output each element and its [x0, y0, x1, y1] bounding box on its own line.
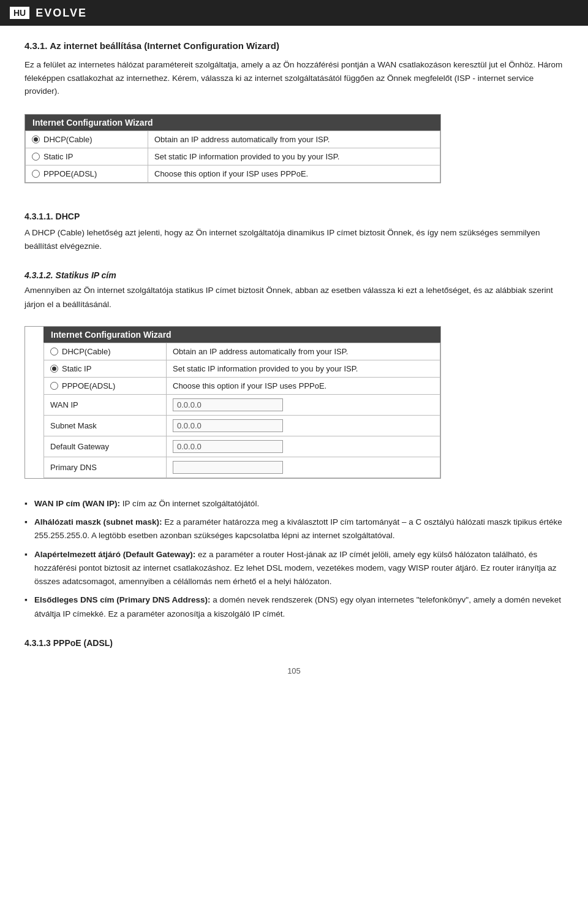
intro-paragraph: Ez a felület az internetes hálózat param…	[24, 58, 564, 98]
hu-badge: HU	[10, 7, 29, 19]
page-number: 105	[24, 666, 564, 675]
wizard-row[interactable]: DHCP(Cable)Obtain an IP address automati…	[44, 343, 440, 360]
radio-label: Static IP	[43, 152, 73, 161]
wizard-title-1: Internet Configuration Wizard	[25, 115, 440, 131]
main-content: 4.3.1. Az internet beállítása (Internet …	[0, 26, 588, 700]
radio-circle[interactable]	[50, 365, 58, 373]
radio-label: DHCP(Cable)	[43, 135, 92, 144]
dhcp-body: A DHCP (Cable) lehetőség azt jelenti, ho…	[24, 226, 564, 254]
main-section-title: 4.3.1. Az internet beállítása (Internet …	[24, 40, 564, 51]
list-item: Alhálózati maszk (subnet mask): Ez a par…	[24, 515, 564, 543]
dhcp-section-title: 4.3.1.1. DHCP	[24, 211, 564, 221]
field-input[interactable]	[173, 419, 283, 432]
field-row: Default Gateway	[44, 436, 440, 457]
radio-circle[interactable]	[50, 382, 58, 390]
static-body: Amennyiben az Ön internet szolgáltatója …	[24, 284, 564, 311]
wizard-box-1: Internet Configuration Wizard DHCP(Cable…	[24, 114, 441, 183]
field-row: Subnet Mask	[44, 415, 440, 436]
wizard-row[interactable]: PPPOE(ADSL)Choose this option if your IS…	[26, 165, 440, 182]
field-row: Primary DNS	[44, 457, 440, 477]
radio-description: Set static IP information provided to yo…	[148, 148, 440, 165]
wizard-row[interactable]: Static IPSet static IP information provi…	[44, 360, 440, 377]
static-section-title: 4.3.1.2. Statikus IP cím	[24, 270, 564, 280]
radio-circle[interactable]	[32, 170, 40, 178]
field-input[interactable]	[173, 440, 283, 453]
wizard-row[interactable]: Static IPSet static IP information provi…	[26, 148, 440, 165]
bullet-list: WAN IP cím (WAN IP): IP cím az Ön intern…	[24, 497, 564, 621]
header: HU EVOLVE	[0, 0, 588, 26]
field-label: WAN IP	[44, 394, 167, 415]
wizard-table-1: DHCP(Cable)Obtain an IP address automati…	[25, 131, 440, 183]
field-row: WAN IP	[44, 394, 440, 415]
brand-name: EVOLVE	[36, 7, 87, 20]
list-item: Elsődleges DNS cím (Primary DNS Address)…	[24, 593, 564, 621]
radio-circle[interactable]	[50, 348, 58, 356]
wizard-box-2: Internet Configuration Wizard DHCP(Cable…	[24, 326, 441, 479]
wizard-row[interactable]: PPPOE(ADSL)Choose this option if your IS…	[44, 377, 440, 394]
wizard-row[interactable]: DHCP(Cable)Obtain an IP address automati…	[26, 131, 440, 148]
radio-label: Static IP	[62, 364, 91, 373]
radio-description: Obtain an IP address automatically from …	[167, 343, 440, 360]
radio-label: DHCP(Cable)	[62, 347, 110, 356]
radio-description: Obtain an IP address automatically from …	[148, 131, 440, 148]
list-item: Alapértelmezett átjáró (Default Gateway)…	[24, 548, 564, 589]
list-item: WAN IP cím (WAN IP): IP cím az Ön intern…	[24, 497, 564, 511]
radio-circle[interactable]	[32, 135, 40, 143]
radio-circle[interactable]	[32, 153, 40, 161]
wizard-title-2: Internet Configuration Wizard	[43, 327, 440, 343]
field-input[interactable]	[173, 398, 283, 411]
field-input[interactable]	[173, 461, 283, 474]
field-label: Subnet Mask	[44, 415, 167, 436]
field-label: Default Gateway	[44, 436, 167, 457]
wizard-table-2: DHCP(Cable)Obtain an IP address automati…	[43, 343, 440, 478]
pppoe-section-title: 4.3.1.3 PPPoE (ADSL)	[24, 638, 564, 648]
radio-label: PPPOE(ADSL)	[62, 381, 115, 390]
radio-description: Choose this option if your ISP uses PPPo…	[167, 377, 440, 394]
field-label: Primary DNS	[44, 457, 167, 477]
radio-label: PPPOE(ADSL)	[43, 169, 97, 178]
radio-description: Set static IP information provided to yo…	[167, 360, 440, 377]
radio-description: Choose this option if your ISP uses PPPo…	[148, 165, 440, 182]
